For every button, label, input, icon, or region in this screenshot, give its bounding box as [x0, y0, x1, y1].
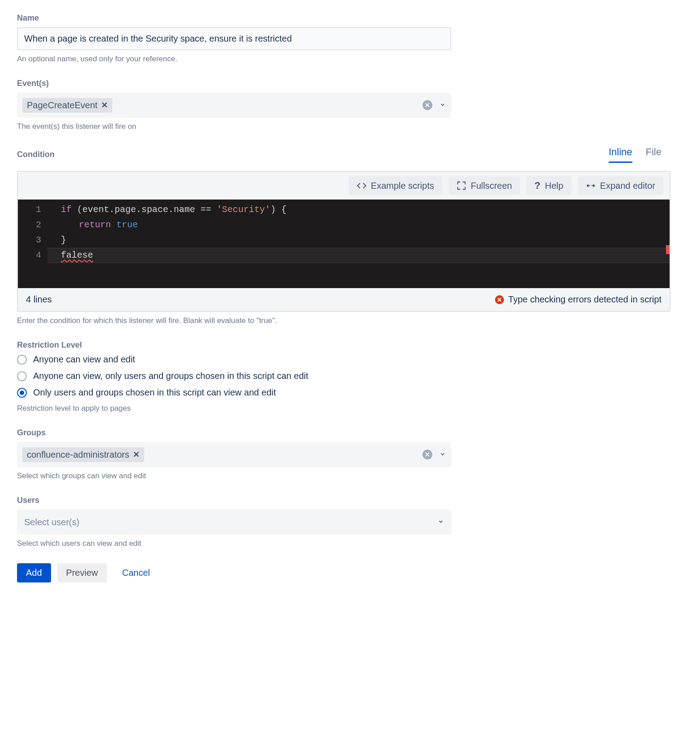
code-editor[interactable]: 1 2 3 4 if (event.page.space.name == 'Se…: [18, 200, 670, 288]
groups-helper: Select which groups can view and edit: [17, 472, 683, 480]
name-input[interactable]: [17, 27, 451, 50]
groups-label: Groups: [17, 428, 683, 438]
users-label: Users: [17, 496, 683, 505]
expand-icon: [586, 181, 596, 191]
line-count: 4 lines: [26, 294, 52, 305]
events-label: Event(s): [17, 79, 683, 88]
error-icon: ✕: [495, 295, 504, 304]
event-chip-label: PageCreateEvent: [27, 100, 98, 110]
restriction-helper: Restriction level to apply to pages: [17, 404, 683, 413]
event-chip: PageCreateEvent ✕: [22, 98, 112, 113]
groups-select[interactable]: confluence-administrators ✕ ✕: [17, 442, 451, 467]
events-clear-icon[interactable]: ✕: [423, 100, 432, 110]
condition-helper: Enter the condition for which this liste…: [17, 316, 683, 325]
radio-icon: [17, 355, 27, 365]
name-label: Name: [17, 13, 683, 23]
events-helper: The event(s) this listener will fire on: [17, 122, 683, 131]
line-gutter: 1 2 3 4: [18, 200, 47, 266]
users-helper: Select which users can view and edit: [17, 539, 683, 548]
restriction-option-2[interactable]: Anyone can view, only users and groups c…: [17, 371, 683, 381]
tab-inline[interactable]: Inline: [609, 146, 632, 163]
help-button[interactable]: ? Help: [526, 176, 572, 195]
error-marker[interactable]: [666, 245, 670, 254]
condition-label: Condition: [17, 150, 55, 159]
example-scripts-button[interactable]: Example scripts: [349, 176, 442, 195]
tab-file[interactable]: File: [646, 146, 662, 163]
events-select[interactable]: PageCreateEvent ✕ ✕: [17, 93, 451, 118]
condition-editor: Example scripts Fullscreen ? Help Expand…: [17, 171, 670, 312]
name-helper: An optional name, used only for your ref…: [17, 55, 683, 64]
fullscreen-icon: [457, 181, 466, 191]
event-chip-remove[interactable]: ✕: [101, 100, 108, 110]
users-select[interactable]: Select user(s): [17, 510, 451, 535]
error-text: Type checking errors detected in script: [508, 294, 662, 305]
users-placeholder: Select user(s): [24, 517, 79, 527]
chevron-down-icon[interactable]: [440, 451, 446, 459]
question-icon: ?: [534, 180, 540, 191]
group-chip-remove[interactable]: ✕: [133, 450, 140, 459]
add-button[interactable]: Add: [17, 563, 51, 582]
group-chip: confluence-administrators ✕: [22, 447, 144, 462]
radio-icon: [17, 371, 27, 381]
fullscreen-button[interactable]: Fullscreen: [448, 176, 520, 195]
editor-toolbar: Example scripts Fullscreen ? Help Expand…: [18, 172, 670, 200]
chevron-down-icon[interactable]: [440, 102, 446, 109]
radio-icon-selected: [17, 388, 27, 398]
restriction-option-1[interactable]: Anyone can view and edit: [17, 354, 683, 365]
groups-clear-icon[interactable]: ✕: [423, 450, 432, 459]
group-chip-label: confluence-administrators: [27, 450, 129, 460]
expand-editor-button[interactable]: Expand editor: [578, 176, 663, 195]
restriction-label: Restriction Level: [17, 340, 683, 350]
code-icon: [357, 181, 367, 191]
restriction-option-3[interactable]: Only users and groups chosen in this scr…: [17, 387, 683, 398]
preview-button[interactable]: Preview: [57, 563, 107, 582]
cancel-button[interactable]: Cancel: [113, 563, 159, 582]
editor-statusbar: 4 lines ✕ Type checking errors detected …: [18, 288, 670, 311]
chevron-down-icon[interactable]: [438, 518, 444, 526]
